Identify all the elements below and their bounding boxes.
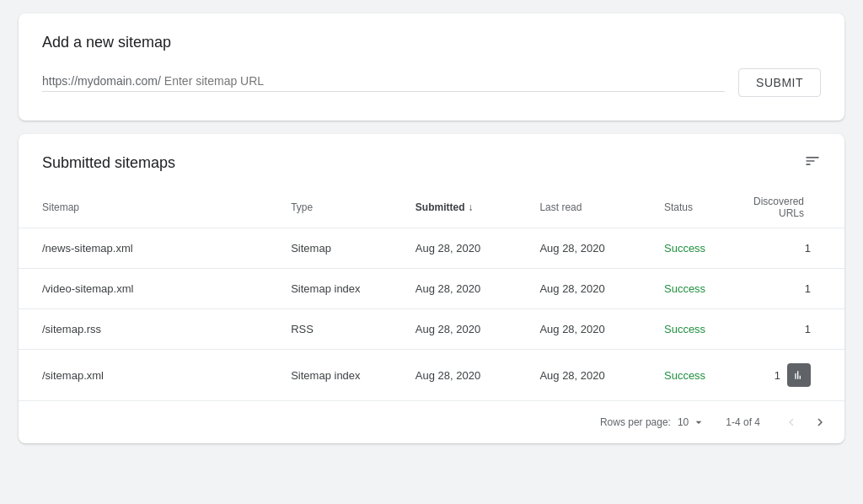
cell-submitted: Aug 28, 2020 [392, 269, 517, 309]
cell-urls: 1 [730, 269, 844, 309]
add-sitemap-title: Add a new sitemap [42, 34, 821, 51]
rows-per-page-value: 10 [678, 416, 689, 428]
table-row: /sitemap.xml Sitemap index Aug 28, 2020 … [19, 350, 844, 401]
table-body: /news-sitemap.xml Sitemap Aug 28, 2020 A… [19, 228, 844, 401]
submit-button[interactable]: SUBMIT [738, 68, 821, 97]
cell-status: Success [641, 228, 730, 269]
rows-per-page-label: Rows per page: [600, 416, 671, 428]
col-header-type: Type [267, 187, 392, 228]
cell-urls: 1 [730, 309, 844, 350]
submitted-sitemaps-card: Submitted sitemaps Sitemap Type Submitte… [19, 134, 844, 443]
dropdown-arrow-icon [692, 416, 705, 429]
table-row: /sitemap.rss RSS Aug 28, 2020 Aug 28, 20… [19, 309, 844, 350]
cell-sitemap: /video-sitemap.xml [19, 269, 267, 309]
cell-urls: 1 [730, 350, 844, 401]
col-header-sitemap: Sitemap [19, 187, 267, 228]
table-row: /news-sitemap.xml Sitemap Aug 28, 2020 A… [19, 228, 844, 269]
cell-submitted: Aug 28, 2020 [392, 309, 517, 350]
cell-status: Success [641, 309, 730, 350]
col-header-discovered-urls: Discovered URLs [730, 187, 844, 228]
chevron-left-icon [784, 415, 799, 430]
cell-type: Sitemap index [267, 350, 392, 401]
bar-chart-icon [792, 368, 806, 382]
cell-submitted: Aug 28, 2020 [392, 228, 517, 269]
url-count: 1 [805, 323, 811, 335]
submitted-sitemaps-title: Submitted sitemaps [42, 154, 175, 172]
cell-status: Success [641, 269, 730, 309]
cell-lastread: Aug 28, 2020 [516, 269, 641, 309]
rows-per-page: Rows per page: 10 [600, 416, 705, 429]
col-header-lastread: Last read [516, 187, 641, 228]
url-count: 1 [775, 369, 780, 382]
table-row: /video-sitemap.xml Sitemap index Aug 28,… [19, 269, 844, 309]
cell-sitemap: /sitemap.rss [19, 309, 267, 350]
page-info: 1-4 of 4 [726, 416, 760, 428]
bar-chart-button[interactable] [787, 363, 811, 387]
submitted-col-label: Submitted [415, 201, 465, 213]
rows-per-page-select[interactable]: 10 [678, 416, 705, 429]
cell-lastread: Aug 28, 2020 [516, 350, 641, 401]
sitemaps-table: Sitemap Type Submitted ↓ Last read Statu… [19, 187, 844, 400]
add-sitemap-card: Add a new sitemap https://mydomain.com/ … [19, 13, 844, 121]
sitemap-url-input[interactable] [164, 74, 725, 88]
sort-arrow-icon: ↓ [468, 201, 473, 213]
prev-page-button[interactable] [780, 411, 802, 433]
cell-status: Success [641, 350, 730, 401]
cell-sitemap: /sitemap.xml [19, 350, 267, 401]
next-page-button[interactable] [809, 411, 831, 433]
pagination-row: Rows per page: 10 1-4 of 4 [19, 400, 844, 443]
cell-lastread: Aug 28, 2020 [516, 228, 641, 269]
pagination-nav [780, 411, 831, 433]
submitted-header: Submitted sitemaps [19, 134, 844, 187]
cell-submitted: Aug 28, 2020 [392, 350, 517, 401]
url-prefix: https://mydomain.com/ [42, 74, 161, 88]
cell-type: Sitemap index [267, 269, 392, 309]
cell-type: Sitemap [267, 228, 392, 269]
cell-lastread: Aug 28, 2020 [516, 309, 641, 350]
col-header-status: Status [641, 187, 730, 228]
cell-urls: 1 [730, 228, 844, 269]
chevron-right-icon [812, 415, 828, 430]
filter-icon[interactable] [804, 153, 821, 174]
url-count: 1 [805, 242, 811, 255]
table-header-row: Sitemap Type Submitted ↓ Last read Statu… [19, 187, 844, 228]
col-header-submitted[interactable]: Submitted ↓ [392, 187, 517, 228]
url-count: 1 [805, 282, 811, 295]
cell-sitemap: /news-sitemap.xml [19, 228, 267, 269]
cell-type: RSS [267, 309, 392, 350]
sitemap-input-wrapper: https://mydomain.com/ [42, 74, 725, 92]
sitemap-input-row: https://mydomain.com/ SUBMIT [42, 68, 821, 97]
